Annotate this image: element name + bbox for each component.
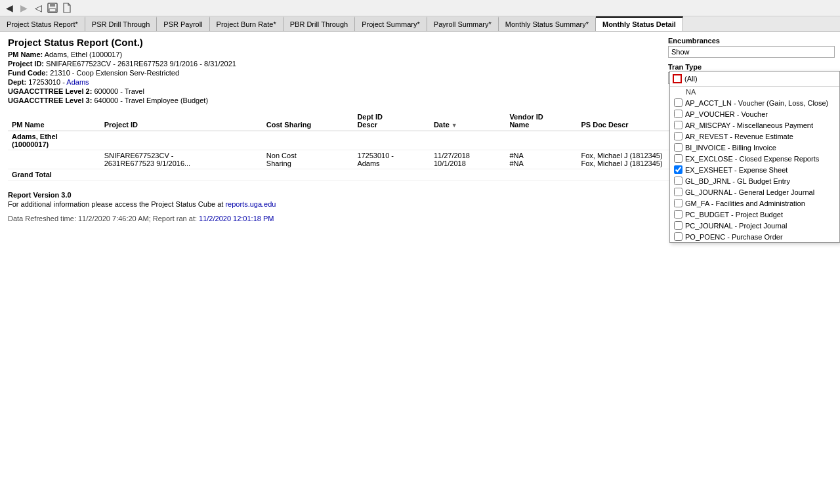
col-header-dept-id: Dept IDDescr xyxy=(353,111,430,131)
label-pc-journal: PC_JOURNAL - Project Journal xyxy=(685,222,787,230)
label-gl-bd-jrnl: GL_BD_JRNL - GL Budget Entry xyxy=(685,177,790,185)
reports-link[interactable]: reports.uga.edu xyxy=(225,200,276,208)
ugaacct-l3-label: UGAACCTTREE Level 3: xyxy=(8,96,92,104)
checkbox-gl-journal[interactable] xyxy=(674,188,682,196)
checkbox-pc-budget[interactable] xyxy=(674,210,682,219)
ugaacct-l2-label: UGAACCTTREE Level 2: xyxy=(8,87,92,95)
tran-type-label: Tran Type xyxy=(668,63,835,71)
row-vendor-name: #NA#NA xyxy=(505,150,577,169)
all-label: (All) xyxy=(684,75,698,83)
row-cost-sharing: Non CostSharing xyxy=(262,150,354,169)
label-po-poenc: PO_POENC - Purchase Order xyxy=(685,233,783,241)
label-bi-invoice: BI_INVOICE - Billing Invoice xyxy=(685,144,776,152)
dropdown-item-gm-fa[interactable]: GM_FA - Facilities and Administration xyxy=(670,198,839,209)
sort-icon: ▼ xyxy=(452,122,457,129)
label-ex-exsheet: EX_EXSHEET - Expense Sheet xyxy=(685,166,788,174)
tab-pbr-drill-through[interactable]: PBR Drill Through xyxy=(284,16,355,31)
label-ap-acct-ln: AP_ACCT_LN - Voucher (Gain, Loss, Close) xyxy=(685,99,828,107)
row-dept-id: 17253010 -Adams xyxy=(353,150,430,169)
ugaacct-l2-value: 600000 - Travel xyxy=(94,87,144,95)
tab-project-status-report[interactable]: Project Status Report* xyxy=(0,16,85,31)
col-header-pm-name: PM Name xyxy=(8,111,100,131)
dept-name-link[interactable]: Adams xyxy=(66,78,89,86)
dropdown-list: AP_ACCT_LN - Voucher (Gain, Loss, Close)… xyxy=(670,97,839,242)
dropdown-item-pc-journal[interactable]: PC_JOURNAL - Project Journal xyxy=(670,220,839,231)
encumbrances-input[interactable] xyxy=(668,46,835,58)
fund-value: 21310 - Coop Extension Serv-Restricted xyxy=(50,69,179,77)
svg-rect-2 xyxy=(49,9,56,12)
tab-monthly-status-summary[interactable]: Monthly Status Summary* xyxy=(499,16,596,31)
dept-id: 17253010 xyxy=(28,78,60,86)
checkbox-ar-miscpay[interactable] xyxy=(674,121,682,129)
dropdown-item-ap-voucher[interactable]: AP_VOUCHER - Voucher xyxy=(670,108,839,119)
dropdown-item-ex-exsheet[interactable]: EX_EXSHEET - Expense Sheet xyxy=(670,164,839,175)
back-alt-button[interactable]: ◁ xyxy=(32,1,45,14)
file-button[interactable] xyxy=(60,1,74,14)
encumbrances-section: Encumbrances xyxy=(668,37,835,58)
dropdown-item-bi-invoice[interactable]: BI_INVOICE - Billing Invoice xyxy=(670,142,839,153)
col-header-vendor-id: Vendor IDName xyxy=(505,111,577,131)
tab-payroll-summary[interactable]: Payroll Summary* xyxy=(427,16,499,31)
dropdown-item-ex-exclose[interactable]: EX_EXCLOSE - Closed Expense Reports xyxy=(670,153,839,164)
tab-project-burn-rate[interactable]: Project Burn Rate* xyxy=(210,16,284,31)
save-button[interactable] xyxy=(46,1,59,14)
label-ar-miscpay: AR_MISCPAY - Miscellaneous Payment xyxy=(685,121,813,129)
dept-label: Dept: xyxy=(8,78,26,86)
report-time: 11/2/2020 12:01:18 PM xyxy=(199,215,274,222)
label-ap-voucher: AP_VOUCHER - Voucher xyxy=(685,110,768,118)
tran-type-dropdown: (All) NA AP_ACCT_LN - Voucher (Gain, Los… xyxy=(669,71,840,243)
tab-psr-payroll[interactable]: PSR Payroll xyxy=(157,16,209,31)
checkbox-po-poenc[interactable] xyxy=(674,232,682,241)
checkbox-gm-fa[interactable] xyxy=(674,199,682,207)
label-ex-exclose: EX_EXCLOSE - Closed Expense Reports xyxy=(685,155,819,163)
ugaacct-l3-value: 640000 - Travel Employee (Budget) xyxy=(94,96,208,104)
label-gm-fa: GM_FA - Facilities and Administration xyxy=(685,200,805,207)
back-button[interactable]: ◀ xyxy=(3,1,16,14)
row-date: 11/27/201810/1/2018 xyxy=(430,150,505,169)
dropdown-search-row: (All) xyxy=(670,72,839,87)
right-panel: Encumbrances Tran Type (All) NA AP_ACCT_… xyxy=(663,32,840,94)
dropdown-item-po-poenc[interactable]: PO_POENC - Purchase Order xyxy=(670,231,839,242)
dropdown-item-ar-miscpay[interactable]: AR_MISCPAY - Miscellaneous Payment xyxy=(670,119,839,131)
tab-monthly-status-detail[interactable]: Monthly Status Detail xyxy=(596,16,683,31)
checkbox-pc-journal[interactable] xyxy=(674,221,682,230)
forward-button[interactable]: ▶ xyxy=(17,1,30,14)
checkbox-gl-bd-jrnl[interactable] xyxy=(674,177,682,185)
dropdown-item-gl-journal[interactable]: GL_JOURNAL - General Ledger Journal xyxy=(670,186,839,198)
label-gl-journal: GL_JOURNAL - General Ledger Journal xyxy=(685,188,814,196)
tab-psr-drill-through[interactable]: PSR Drill Through xyxy=(85,16,157,31)
checkbox-ex-exclose[interactable] xyxy=(674,154,682,163)
col-header-date[interactable]: Date ▼ xyxy=(430,111,505,131)
fund-label: Fund Code: xyxy=(8,69,48,77)
svg-rect-1 xyxy=(50,3,55,7)
dropdown-item-pc-budget[interactable]: PC_BUDGET - Project Budget xyxy=(670,209,839,220)
project-label: Project ID: xyxy=(8,60,44,68)
project-value: SNIFARE677523CV - 2631RE677523 9/1/2016 … xyxy=(46,60,236,68)
dropdown-item-ar-revest[interactable]: AR_REVEST - Revenue Estimate xyxy=(670,131,839,142)
pm-label: PM Name: xyxy=(8,51,43,58)
row-pm-name xyxy=(8,150,100,169)
dropdown-item-ap-acct-ln[interactable]: AP_ACCT_LN - Voucher (Gain, Loss, Close) xyxy=(670,97,839,108)
row-project-id: SNIFARE677523CV -2631RE677523 9/1/2016..… xyxy=(100,150,262,169)
all-checkbox-outline[interactable] xyxy=(673,74,682,83)
label-pc-budget: PC_BUDGET - Project Budget xyxy=(685,211,783,219)
checkbox-ap-acct-ln[interactable] xyxy=(674,98,682,107)
dropdown-item-gl-bd-jrnl[interactable]: GL_BD_JRNL - GL Budget Entry xyxy=(670,175,839,186)
pm-value: Adams, Ethel (1000017) xyxy=(45,51,123,58)
checkbox-ex-exsheet[interactable] xyxy=(674,165,682,174)
group-pm-name: Adams, Ethel(10000017) xyxy=(8,131,100,150)
nav-bar: ◀ ▶ ◁ xyxy=(0,0,840,16)
label-ar-revest: AR_REVEST - Revenue Estimate xyxy=(685,133,793,140)
col-header-project-id: Project ID xyxy=(100,111,262,131)
col-header-cost-sharing: Cost Sharing xyxy=(262,111,354,131)
checkbox-ap-voucher[interactable] xyxy=(674,110,682,118)
tab-project-summary[interactable]: Project Summary* xyxy=(355,16,427,31)
checkbox-ar-revest[interactable] xyxy=(674,132,682,140)
encumbrances-label: Encumbrances xyxy=(668,37,835,45)
tabs-bar: Project Status Report* PSR Drill Through… xyxy=(0,16,840,32)
checkbox-bi-invoice[interactable] xyxy=(674,143,682,152)
na-label: NA xyxy=(670,87,839,97)
